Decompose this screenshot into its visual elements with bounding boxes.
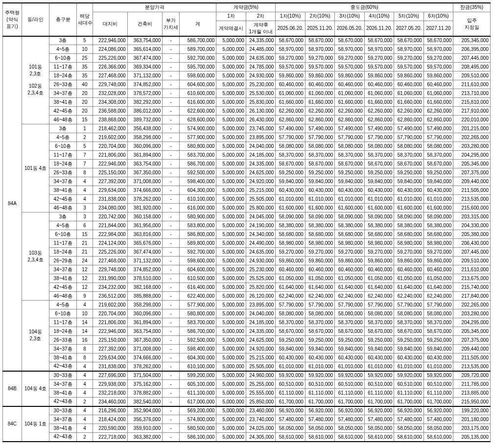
cell-land: 229,938,000 [93,380,127,389]
cell-balance: 217,840,000 [453,292,491,301]
table-row: 11~17층14221,806,000361,894,000-583,700,0… [3,318,491,327]
cell-total: 616,400,000 [179,283,216,292]
hdr-c1: 1차 [216,12,246,21]
cell-mid: 61,640,000 [394,283,423,292]
cell-mid: 60,460,000 [276,265,305,274]
cell-households: 21 [77,239,93,248]
cell-land: 231,990,000 [93,274,127,283]
hdr-m6: 6차(10%) [423,12,453,21]
cell-balance: 199,220,000 [453,406,491,415]
table-row: 18~24층21225,226,000367,474,000-592,700,0… [3,248,491,257]
cell-mid: 61,700,000 [276,398,305,406]
cell-floor: 11~17층 [49,239,77,248]
cell-contract2: 24,625,000 [246,336,275,345]
cell-dong: 104동 4호 [22,371,49,406]
cell-contract2: 23,895,000 [246,301,275,309]
cell-balance: 209,440,000 [453,177,491,186]
cell-mid: 57,480,000 [364,415,394,424]
cell-mid: 57,790,000 [394,301,423,309]
cell-mid: 61,050,000 [276,274,305,283]
cell-balance: 206,395,000 [453,45,491,54]
cell-land: 234,308,000 [93,98,127,107]
table-row: 38~41층4232,218,000378,882,000-611,100,00… [3,389,491,398]
cell-land: 219,602,000 [93,133,127,142]
cell-mid: 60,510,000 [394,380,423,389]
table-row: 26~29층24227,468,000371,132,000-598,600,0… [3,257,491,265]
cell-land: 220,590,000 [93,424,127,433]
cell-land: 238,868,000 [93,116,127,124]
cell-contract2: 24,305,000 [246,433,275,442]
cell-balance: 215,740,000 [453,283,491,292]
cell-mid: 61,600,000 [364,204,394,212]
cell-mid: 58,680,000 [394,230,423,239]
cell-mid: 59,860,000 [364,71,394,80]
cell-mid: 59,840,000 [305,177,334,186]
cell-households: 4 [77,389,93,398]
cell-build: 358,298,000 [127,301,162,309]
cell-mid: 57,490,000 [394,124,423,133]
cell-total: 592,500,000 [179,168,216,177]
cell-mid: 58,680,000 [364,230,394,239]
cell-vat: - [163,415,180,424]
cell-vat: - [163,212,180,221]
cell-land: 234,460,000 [93,398,127,406]
cell-floor: 34~37층 [49,345,77,354]
cell-vat: - [163,257,180,265]
cell-floor: 42~45층 [49,195,77,204]
cell-build: 371,008,000 [127,345,162,354]
cell-land: 227,696,000 [93,371,127,380]
cell-mid: 60,510,000 [276,380,305,389]
cell-households: 1 [77,124,93,133]
table-row: 34~37층12229,748,000374,852,000-604,600,0… [3,265,491,274]
cell-households: 2 [77,433,93,442]
cell-mid: 58,050,000 [394,424,423,433]
cell-contract1: 5,000,000 [216,63,246,71]
cell-mid: 60,460,000 [423,265,453,274]
cell-build: 363,754,000 [127,36,162,45]
cell-type: 84A [3,36,22,371]
hdr-d4: 2026.11.20. [364,21,394,36]
cell-floor: 3층 [49,212,77,221]
cell-contract1: 5,000,000 [216,318,246,327]
cell-build: 367,350,000 [127,168,162,177]
cell-mid: 57,790,000 [335,301,364,309]
cell-mid: 58,080,000 [276,142,305,151]
cell-mid: 60,460,000 [364,265,394,274]
cell-mid: 60,460,000 [423,80,453,89]
cell-total: 586,800,000 [179,230,216,239]
hdr-balance-group: 잔금(35%) [453,3,491,12]
cell-mid: 61,600,000 [335,204,364,212]
cell-mid: 59,250,000 [394,336,423,345]
cell-households: 24 [77,257,93,265]
cell-build: 369,334,000 [127,63,162,71]
cell-vat: - [163,204,180,212]
hdr-total: 계 [179,12,216,36]
cell-households: 2 [77,398,93,406]
cell-households: 3 [77,212,93,221]
cell-mid: 59,840,000 [276,177,305,186]
cell-floor: 4~5층 [49,221,77,230]
cell-floor: 38~41층 [49,389,77,398]
cell-mid: 58,380,000 [276,221,305,230]
table-row: 38~41층12231,990,000378,510,000-610,500,0… [3,274,491,283]
cell-mid: 58,090,000 [394,212,423,221]
cell-contract2: 25,215,000 [246,354,275,362]
cell-total: 604,600,000 [179,80,216,89]
table-row: 42~45층4231,838,000378,262,000-610,100,00… [3,195,491,204]
cell-vat: - [163,318,180,327]
cell-households: 14 [77,327,93,336]
cell-mid: 60,430,000 [364,186,394,195]
cell-mid: 62,240,000 [364,292,394,301]
cell-households: 20 [77,107,93,116]
cell-total: 583,700,000 [179,318,216,327]
cell-build: 360,158,000 [127,212,162,221]
cell-vat: - [163,98,180,107]
cell-mid: 57,490,000 [335,124,364,133]
cell-mid: 57,480,000 [305,415,334,424]
cell-mid: 61,660,000 [305,98,334,107]
cell-mid: 58,670,000 [423,160,453,168]
cell-build: 363,382,000 [127,433,162,442]
cell-mid: 57,790,000 [305,301,334,309]
hdr-dong: 동/라인 [22,3,49,36]
cell-mid: 61,660,000 [276,98,305,107]
